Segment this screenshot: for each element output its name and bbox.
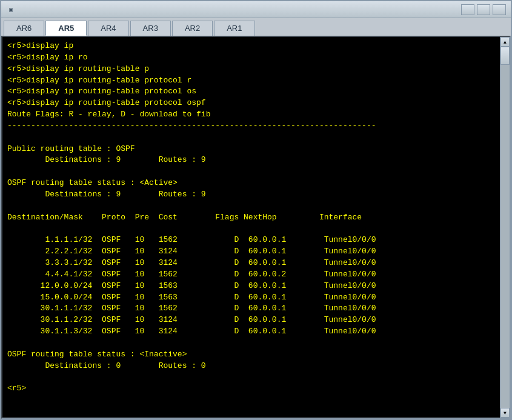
- title-bar-buttons: [461, 4, 506, 15]
- scroll-down-button[interactable]: ▼: [500, 408, 510, 418]
- main-window: ▣ AR6 AR5 AR4 AR3 AR2 AR1 <r5>display ip…: [0, 0, 512, 420]
- tab-AR6[interactable]: AR6: [4, 21, 44, 36]
- tab-AR5[interactable]: AR5: [45, 21, 87, 36]
- scrollbar-track[interactable]: [500, 47, 510, 408]
- scrollbar-thumb[interactable]: [500, 47, 510, 65]
- minimize-button[interactable]: [461, 4, 474, 15]
- terminal-container: <r5>display ip <r5>display ip ro <r5>dis…: [1, 36, 511, 419]
- tab-AR1[interactable]: AR1: [214, 21, 254, 36]
- scrollbar[interactable]: ▲ ▼: [500, 37, 510, 418]
- scroll-up-button[interactable]: ▲: [500, 37, 510, 47]
- close-button[interactable]: [493, 4, 506, 15]
- terminal-output[interactable]: <r5>display ip <r5>display ip ro <r5>dis…: [2, 37, 500, 418]
- tab-AR4[interactable]: AR4: [88, 21, 128, 36]
- tab-AR2[interactable]: AR2: [172, 21, 213, 36]
- tab-AR3[interactable]: AR3: [130, 21, 171, 36]
- maximize-button[interactable]: [477, 4, 490, 15]
- window-icon: ▣: [6, 5, 16, 15]
- tabs-bar: AR6 AR5 AR4 AR3 AR2 AR1: [1, 18, 511, 36]
- title-bar: ▣: [1, 1, 511, 18]
